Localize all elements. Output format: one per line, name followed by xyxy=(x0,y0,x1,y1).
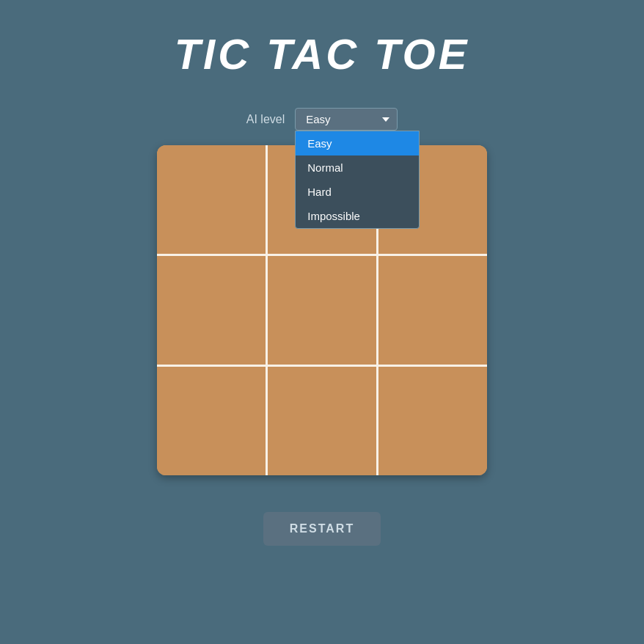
board-cell-6[interactable] xyxy=(157,367,266,475)
board-cell-3[interactable] xyxy=(157,256,266,365)
board-cell-4[interactable] xyxy=(268,256,376,365)
restart-button[interactable]: RESTART xyxy=(263,512,381,546)
dropdown-option-impossible[interactable]: Impossible xyxy=(296,204,419,228)
difficulty-dropdown-wrapper: Easy Easy Normal Hard Impossible xyxy=(295,108,398,131)
board-cell-0[interactable] xyxy=(157,145,266,254)
horizontal-divider-1 xyxy=(268,254,376,256)
vertical-divider-4 xyxy=(266,367,268,475)
horizontal-divider-3 xyxy=(157,365,266,367)
dropdown-arrow-icon xyxy=(382,117,389,122)
horizontal-divider-4 xyxy=(268,365,376,367)
vertical-divider-2 xyxy=(266,256,268,365)
difficulty-dropdown-button[interactable]: Easy xyxy=(295,108,398,131)
horizontal-divider-2 xyxy=(378,254,487,256)
dropdown-option-easy[interactable]: Easy xyxy=(296,131,419,155)
vertical-divider-3 xyxy=(376,256,378,365)
vertical-divider-0 xyxy=(266,145,268,254)
dropdown-option-hard[interactable]: Hard xyxy=(296,180,419,204)
horizontal-divider-5 xyxy=(378,365,487,367)
dropdown-selected-value: Easy xyxy=(306,113,330,125)
ai-level-label: AI level xyxy=(246,113,285,126)
board-cell-5[interactable] xyxy=(378,256,487,365)
game-title: TIC TAC TOE xyxy=(175,29,470,78)
difficulty-dropdown-menu: Easy Normal Hard Impossible xyxy=(295,131,420,229)
board-cell-7[interactable] xyxy=(268,367,376,475)
ai-level-selector: AI level Easy Easy Normal Hard Impossibl… xyxy=(246,108,398,131)
board-cell-8[interactable] xyxy=(378,367,487,475)
dropdown-option-normal[interactable]: Normal xyxy=(296,155,419,180)
vertical-divider-5 xyxy=(376,367,378,475)
horizontal-divider-0 xyxy=(157,254,266,256)
